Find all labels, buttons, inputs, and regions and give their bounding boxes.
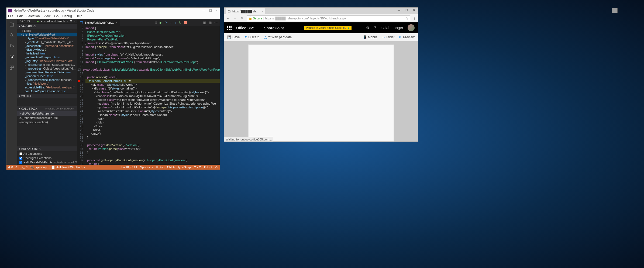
- split-editor-icon[interactable]: ◫: [203, 21, 206, 25]
- extensions-icon[interactable]: [9, 65, 15, 71]
- breakpoint-checkbox[interactable]: [19, 152, 22, 155]
- breakpoints-header[interactable]: ▾BREAKPOINTS: [17, 146, 77, 151]
- code-editor[interactable]: 2import {3 BaseClientSideWebPart,4 IProp…: [77, 26, 220, 165]
- app-launcher-icon[interactable]: [227, 26, 232, 30]
- variable-row[interactable]: _initialized: true: [17, 51, 77, 55]
- mobile-button[interactable]: 📱Mobile: [363, 35, 377, 39]
- menu-selection[interactable]: Selection: [26, 14, 40, 18]
- save-button[interactable]: 💾Save: [227, 35, 240, 39]
- encoding[interactable]: UTF-8: [156, 166, 164, 169]
- tslint-status[interactable]: TSLint: [204, 166, 212, 169]
- breakpoint-checkbox[interactable]: [19, 157, 22, 160]
- tablet-button[interactable]: ▭Tablet: [382, 35, 394, 39]
- variable-row[interactable]: accessibleTitle: "HelloWorld web part": [17, 85, 77, 89]
- variable-row[interactable]: _logEntry: "BaseClientSideWebPart": [17, 59, 77, 63]
- workbench-page[interactable]: [248, 44, 394, 142]
- menu-view[interactable]: View: [43, 14, 50, 18]
- tab-hello-world[interactable]: TS HelloWorldWebPart.ts ×: [77, 19, 120, 26]
- sharepoint-label[interactable]: SharePoint: [264, 26, 284, 30]
- discard-button[interactable]: ↶Discard: [244, 35, 259, 39]
- variable-row[interactable]: _internalIsInViewport: false: [17, 55, 77, 59]
- debug-console-icon[interactable]: ▫: [74, 20, 75, 23]
- chrome-menu-icon[interactable]: ⋮: [412, 16, 416, 20]
- back-button[interactable]: ←: [226, 16, 230, 20]
- variable-row[interactable]: _renderedOnce: false: [17, 74, 77, 78]
- stack-frame[interactable]: e._renderWithAccessibleTitle: [17, 116, 77, 120]
- step-out-button[interactable]: ↑: [174, 21, 176, 25]
- gear-icon[interactable]: ⚙: [70, 19, 73, 23]
- close-tab-icon[interactable]: ×: [262, 10, 263, 13]
- avatar[interactable]: [408, 24, 415, 31]
- config-dropdown-icon[interactable]: ▾: [67, 20, 68, 23]
- ts-version[interactable]: 2.2.2: [194, 166, 201, 169]
- debug-config[interactable]: Hosted workbench: [40, 20, 65, 23]
- minimize-button[interactable]: —: [395, 8, 403, 12]
- paused-badge[interactable]: Paused in Visual Studio Code ▮▸ ▶: [304, 26, 352, 30]
- lang-icon[interactable]: 🔌 typescript: [30, 166, 47, 169]
- variable-row[interactable]: _renderedFromPersistedData: true: [17, 70, 77, 74]
- close-button[interactable]: ✕: [216, 9, 218, 12]
- help-icon[interactable]: ?: [374, 26, 376, 30]
- debugger-step-icon[interactable]: ▮▸: [343, 26, 346, 29]
- variable-row[interactable]: _displayMode: 2: [17, 48, 77, 51]
- maximize-button[interactable]: ☐: [209, 9, 212, 12]
- variable-row[interactable]: ▸_context: t {_manifest: Object, _servic…: [17, 40, 77, 44]
- stop-reload-button[interactable]: ✕: [240, 16, 244, 20]
- variable-row[interactable]: _title: "HelloWorld": [17, 82, 77, 85]
- feedback-icon[interactable]: ☺: [215, 165, 218, 169]
- variable-row[interactable]: ▸_logSource: e {id: "BaseClientSideWebPa…: [17, 63, 77, 67]
- menu-edit[interactable]: Edit: [17, 14, 23, 18]
- menu-help[interactable]: Help: [76, 14, 82, 18]
- breakpoint-row[interactable]: HelloWorldWebPart.tssrc\webparts\helloWo…: [17, 160, 77, 164]
- continue-button[interactable]: ▶: [160, 21, 162, 25]
- drag-handle-icon[interactable]: ⁞⁞: [155, 21, 157, 25]
- settings-icon[interactable]: ⚙: [366, 26, 370, 30]
- cursor-position[interactable]: Ln 16, Col 1: [121, 166, 137, 169]
- search-icon[interactable]: [9, 32, 15, 38]
- chrome-tab[interactable]: https://█████.sh… ×: [226, 8, 265, 14]
- language-mode[interactable]: TypeScript: [178, 166, 192, 169]
- debugger-resume-icon[interactable]: ▶: [348, 26, 350, 29]
- maximize-button[interactable]: ☐: [403, 8, 410, 12]
- preview-button[interactable]: 👁Preview: [399, 35, 415, 39]
- variable-row[interactable]: ▸_renderPromiseResolver: function () { ……: [17, 78, 77, 82]
- user-name[interactable]: Isaiah Langer: [380, 26, 403, 30]
- warnings-count[interactable]: ⚠ 8: [15, 166, 20, 169]
- more-actions-icon[interactable]: ⋯: [214, 21, 218, 25]
- variable-row[interactable]: ▸_properties: Object {description: "Hell…: [17, 67, 77, 70]
- eol[interactable]: CRLF: [167, 166, 175, 169]
- taskbar-user-icon[interactable]: [612, 8, 618, 13]
- start-debug-button[interactable]: ▶: [37, 20, 39, 23]
- git-icon[interactable]: [9, 43, 15, 49]
- variable-this[interactable]: ▾this: HelloWorldWebPart: [17, 33, 77, 36]
- stack-frame[interactable]: (anonymous function): [17, 120, 77, 124]
- workbench-canvas[interactable]: [224, 41, 418, 142]
- menu-go[interactable]: Go: [54, 14, 58, 18]
- step-into-button[interactable]: ↓: [170, 21, 172, 25]
- callstack-header[interactable]: ▾CALL STACKPAUSED ON BREAKPOINT: [17, 106, 77, 111]
- forward-button[interactable]: →: [233, 16, 237, 20]
- minimize-button[interactable]: —: [202, 9, 205, 12]
- indentation[interactable]: Spaces: 2: [140, 166, 153, 169]
- variable-row[interactable]: _description: "HelloWorld description": [17, 44, 77, 48]
- breakpoint-row[interactable]: All Exceptions: [17, 152, 77, 156]
- close-tab-icon[interactable]: ×: [116, 21, 118, 24]
- office365-label[interactable]: Office 365: [236, 26, 254, 30]
- debug-icon[interactable]: [9, 54, 15, 60]
- variable-row[interactable]: __type: "BaseClientSideWebPart": [17, 36, 77, 40]
- menu-debug[interactable]: Debug: [62, 14, 72, 18]
- editor-layout-icon[interactable]: ▥: [209, 21, 212, 25]
- info-count[interactable]: ⓘ 1: [22, 165, 28, 169]
- step-over-button[interactable]: ↷: [165, 21, 167, 25]
- variables-header[interactable]: ▾VARIABLES: [17, 24, 77, 29]
- scope-local[interactable]: ▾Local: [17, 29, 77, 33]
- secure-icon[interactable]: 🔒 Secure: [249, 16, 262, 20]
- breakpoint-checkbox[interactable]: [19, 161, 22, 164]
- stop-button[interactable]: [184, 21, 187, 24]
- watch-header[interactable]: ▾WATCH: [17, 94, 77, 98]
- address-bar[interactable]: 🔒 Secure | https://█████.sharepoint.com/…: [247, 15, 410, 21]
- explorer-icon[interactable]: [9, 22, 15, 28]
- breakpoint-row[interactable]: Uncaught Exceptions: [17, 156, 77, 160]
- bookmark-icon[interactable]: ☆: [405, 16, 408, 20]
- stack-frame[interactable]: HelloWorldWebPart.render: [17, 111, 77, 116]
